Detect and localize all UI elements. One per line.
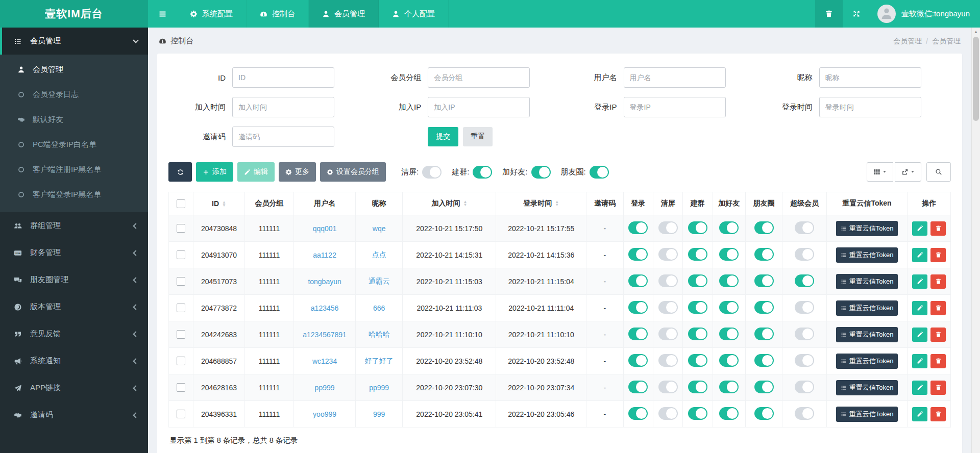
scrollbar-up-arrow[interactable]: ▲ bbox=[972, 28, 980, 36]
sidebar-item-feedback[interactable]: 意见反馈 bbox=[0, 320, 148, 347]
toggle-login[interactable] bbox=[628, 274, 648, 287]
col-id[interactable]: ID▲▼ bbox=[193, 192, 245, 215]
sidebar-subitem-member-login-log[interactable]: 会员登录日志 bbox=[0, 82, 148, 107]
sidebar-item-app-links[interactable]: APP链接 bbox=[0, 374, 148, 401]
toggle-create_group[interactable] bbox=[688, 221, 707, 234]
filter-input-group[interactable] bbox=[428, 67, 530, 88]
filter-input-nickname[interactable] bbox=[819, 67, 921, 88]
reset-token-button[interactable]: 重置云信Token bbox=[836, 300, 898, 316]
breadcrumb-item[interactable]: 会员管理 bbox=[893, 37, 922, 46]
toggle-moments[interactable] bbox=[754, 354, 774, 367]
nickname-link[interactable]: 666 bbox=[373, 304, 385, 312]
toggle-moments[interactable] bbox=[754, 274, 774, 287]
sidebar-subitem-client-login-ip-blacklist[interactable]: 客户端登录IP黑名单 bbox=[0, 182, 148, 207]
col-login_time[interactable]: 登录时间▲▼ bbox=[496, 192, 586, 215]
toggle-create_group[interactable] bbox=[688, 301, 707, 314]
sidebar-item-member-management[interactable]: 会员管理 bbox=[0, 28, 148, 55]
row-checkbox[interactable] bbox=[177, 410, 185, 418]
fullscreen-button[interactable] bbox=[843, 0, 870, 28]
toggle-login[interactable] bbox=[628, 301, 648, 314]
toggle-clear_screen[interactable] bbox=[658, 354, 678, 367]
filter-input-login-ip[interactable] bbox=[624, 97, 726, 117]
reset-token-button[interactable]: 重置云信Token bbox=[836, 247, 898, 263]
toggle-clear_screen[interactable] bbox=[658, 221, 678, 234]
sidebar-item-group-management[interactable]: 群组管理 bbox=[0, 212, 148, 239]
sidebar-item-finance-management[interactable]: VISA财务管理 bbox=[0, 239, 148, 266]
row-checkbox[interactable] bbox=[177, 304, 185, 312]
select-all-checkbox[interactable] bbox=[177, 199, 185, 208]
toggle-clear-screen[interactable] bbox=[422, 166, 442, 179]
toggle-login[interactable] bbox=[628, 221, 648, 234]
toggle-login[interactable] bbox=[628, 381, 648, 393]
sidebar-item-moments-management[interactable]: 朋友圈管理 bbox=[0, 266, 148, 293]
toggle-moments[interactable] bbox=[754, 381, 774, 393]
sidebar-item-version-management[interactable]: 版本管理 bbox=[0, 293, 148, 320]
sidebar-toggle-button[interactable] bbox=[148, 0, 177, 28]
delete-row-button[interactable] bbox=[930, 328, 946, 342]
toggle-super_member[interactable] bbox=[795, 274, 814, 287]
filter-input-invite-code[interactable] bbox=[232, 127, 334, 147]
columns-button[interactable] bbox=[867, 162, 893, 182]
set-member-group-button[interactable]: 设置会员分组 bbox=[320, 162, 386, 182]
export-button[interactable] bbox=[895, 162, 921, 182]
toggle-add_friend[interactable] bbox=[719, 354, 739, 367]
sidebar-item-invite-code[interactable]: 邀请码 bbox=[0, 401, 148, 429]
add-button[interactable]: 添加 bbox=[196, 162, 233, 182]
delete-row-button[interactable] bbox=[930, 354, 946, 368]
sidebar-subitem-default-friends[interactable]: 默认好友 bbox=[0, 107, 148, 132]
scrollbar[interactable]: ▲ bbox=[971, 28, 980, 453]
toggle-super_member[interactable] bbox=[795, 381, 814, 393]
toggle-moments[interactable] bbox=[754, 301, 774, 314]
toggle-create_group[interactable] bbox=[688, 274, 707, 287]
refresh-button[interactable] bbox=[168, 162, 192, 182]
toggle-moments[interactable] bbox=[754, 328, 774, 340]
toggle-add_friend[interactable] bbox=[719, 248, 739, 261]
nav-item-console[interactable]: 控制台 bbox=[247, 0, 309, 28]
submit-button[interactable]: 提交 bbox=[428, 127, 458, 146]
nav-item-personal-config[interactable]: 个人配置 bbox=[379, 0, 449, 28]
nickname-link[interactable]: 通霸云 bbox=[369, 277, 390, 285]
row-checkbox[interactable] bbox=[177, 357, 185, 365]
toggle-add_friend[interactable] bbox=[719, 328, 739, 340]
toggle-super_member[interactable] bbox=[795, 354, 814, 367]
edit-row-button[interactable] bbox=[912, 301, 927, 315]
nickname-link[interactable]: pp999 bbox=[369, 384, 389, 392]
toggle-add-friend[interactable] bbox=[531, 166, 551, 179]
toggle-clear_screen[interactable] bbox=[658, 274, 678, 287]
edit-row-button[interactable] bbox=[912, 274, 927, 289]
nav-item-member-management[interactable]: 会员管理 bbox=[309, 0, 379, 28]
filter-input-id[interactable] bbox=[232, 67, 334, 88]
row-checkbox[interactable] bbox=[177, 383, 185, 392]
edit-row-button[interactable] bbox=[912, 407, 927, 421]
username-link[interactable]: wc1234 bbox=[312, 357, 337, 365]
more-button[interactable]: 更多 bbox=[279, 162, 316, 182]
username-link[interactable]: aa1122 bbox=[313, 251, 336, 259]
edit-row-button[interactable] bbox=[912, 248, 927, 262]
toggle-add_friend[interactable] bbox=[719, 381, 739, 393]
toggle-super_member[interactable] bbox=[795, 248, 814, 261]
toggle-clear_screen[interactable] bbox=[658, 407, 678, 420]
reset-token-button[interactable]: 重置云信Token bbox=[836, 327, 898, 342]
sidebar-item-system-notice[interactable]: 系统通知 bbox=[0, 347, 148, 374]
toggle-moments[interactable] bbox=[754, 407, 774, 420]
toggle-add_friend[interactable] bbox=[719, 274, 739, 287]
breadcrumb-item[interactable]: 会员管理 bbox=[932, 37, 961, 46]
username-link[interactable]: qqq001 bbox=[313, 224, 337, 233]
toggle-add_friend[interactable] bbox=[719, 407, 739, 420]
nickname-link[interactable]: 哈哈哈 bbox=[369, 330, 390, 338]
reset-token-button[interactable]: 重置云信Token bbox=[836, 407, 898, 422]
col-join_time[interactable]: 加入时间▲▼ bbox=[403, 192, 496, 215]
edit-row-button[interactable] bbox=[912, 221, 927, 236]
delete-row-button[interactable] bbox=[930, 301, 946, 315]
toggle-login[interactable] bbox=[628, 248, 648, 261]
sort-icon[interactable]: ▲▼ bbox=[222, 201, 226, 207]
row-checkbox[interactable] bbox=[177, 250, 185, 259]
nickname-link[interactable]: wqe bbox=[373, 224, 386, 233]
nickname-link[interactable]: 点点 bbox=[372, 250, 386, 259]
reset-token-button[interactable]: 重置云信Token bbox=[836, 354, 898, 369]
toggle-super_member[interactable] bbox=[795, 328, 814, 340]
nickname-link[interactable]: 999 bbox=[373, 410, 385, 418]
scrollbar-thumb[interactable] bbox=[973, 37, 979, 121]
toggle-clear_screen[interactable] bbox=[658, 248, 678, 261]
toggle-create_group[interactable] bbox=[688, 354, 707, 367]
